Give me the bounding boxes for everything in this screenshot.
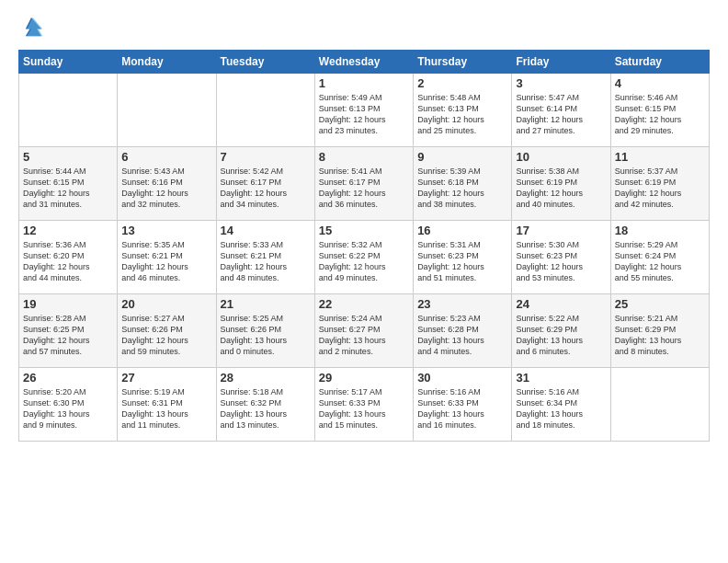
logo — [18, 15, 48, 40]
day-cell: 23Sunrise: 5:23 AM Sunset: 6:28 PM Dayli… — [414, 294, 512, 368]
day-number: 27 — [121, 371, 211, 385]
day-cell: 29Sunrise: 5:17 AM Sunset: 6:33 PM Dayli… — [314, 368, 413, 442]
day-info: Sunrise: 5:37 AM Sunset: 6:19 PM Dayligh… — [615, 166, 705, 211]
day-number: 6 — [121, 150, 211, 164]
day-number: 31 — [516, 371, 606, 385]
day-cell: 16Sunrise: 5:31 AM Sunset: 6:23 PM Dayli… — [414, 221, 512, 294]
day-number: 11 — [615, 150, 705, 164]
day-cell: 2Sunrise: 5:48 AM Sunset: 6:13 PM Daylig… — [414, 74, 512, 147]
day-number: 28 — [221, 371, 311, 385]
day-cell — [610, 368, 709, 442]
day-info: Sunrise: 5:19 AM Sunset: 6:31 PM Dayligh… — [121, 386, 211, 431]
day-cell: 11Sunrise: 5:37 AM Sunset: 6:19 PM Dayli… — [610, 147, 709, 221]
day-info: Sunrise: 5:30 AM Sunset: 6:23 PM Dayligh… — [516, 239, 606, 284]
day-info: Sunrise: 5:27 AM Sunset: 6:26 PM Dayligh… — [121, 313, 211, 358]
day-info: Sunrise: 5:49 AM Sunset: 6:13 PM Dayligh… — [319, 92, 409, 137]
day-number: 16 — [417, 224, 507, 237]
day-number: 12 — [23, 224, 113, 237]
calendar-table: SundayMondayTuesdayWednesdayThursdayFrid… — [18, 50, 710, 442]
day-number: 3 — [516, 76, 606, 90]
col-header-wednesday: Wednesday — [314, 51, 413, 74]
day-number: 22 — [319, 297, 409, 311]
day-info: Sunrise: 5:32 AM Sunset: 6:22 PM Dayligh… — [319, 239, 409, 284]
day-number: 23 — [417, 297, 507, 311]
day-info: Sunrise: 5:48 AM Sunset: 6:13 PM Dayligh… — [417, 92, 507, 137]
day-info: Sunrise: 5:17 AM Sunset: 6:33 PM Dayligh… — [319, 386, 409, 431]
day-info: Sunrise: 5:38 AM Sunset: 6:19 PM Dayligh… — [516, 166, 606, 211]
day-info: Sunrise: 5:22 AM Sunset: 6:29 PM Dayligh… — [516, 313, 606, 358]
day-cell: 27Sunrise: 5:19 AM Sunset: 6:31 PM Dayli… — [118, 368, 216, 442]
day-cell: 9Sunrise: 5:39 AM Sunset: 6:18 PM Daylig… — [414, 147, 512, 221]
col-header-tuesday: Tuesday — [216, 51, 314, 74]
day-cell — [216, 74, 314, 147]
day-cell: 12Sunrise: 5:36 AM Sunset: 6:20 PM Dayli… — [19, 221, 118, 294]
day-cell: 15Sunrise: 5:32 AM Sunset: 6:22 PM Dayli… — [314, 221, 413, 294]
svg-marker-1 — [27, 17, 42, 36]
day-number: 14 — [221, 224, 311, 237]
col-header-friday: Friday — [512, 51, 610, 74]
day-number: 8 — [319, 150, 409, 164]
day-info: Sunrise: 5:33 AM Sunset: 6:21 PM Dayligh… — [221, 239, 311, 284]
header — [18, 15, 710, 40]
day-number: 7 — [221, 150, 311, 164]
day-cell: 25Sunrise: 5:21 AM Sunset: 6:29 PM Dayli… — [610, 294, 709, 368]
day-number: 21 — [221, 297, 311, 311]
day-number: 20 — [121, 297, 211, 311]
col-header-sunday: Sunday — [19, 51, 118, 74]
day-cell: 8Sunrise: 5:41 AM Sunset: 6:17 PM Daylig… — [314, 147, 413, 221]
day-number: 15 — [319, 224, 409, 237]
day-number: 17 — [516, 224, 606, 237]
col-header-saturday: Saturday — [610, 51, 709, 74]
day-info: Sunrise: 5:46 AM Sunset: 6:15 PM Dayligh… — [615, 92, 705, 137]
day-info: Sunrise: 5:36 AM Sunset: 6:20 PM Dayligh… — [23, 239, 113, 284]
day-cell: 14Sunrise: 5:33 AM Sunset: 6:21 PM Dayli… — [216, 221, 314, 294]
day-info: Sunrise: 5:29 AM Sunset: 6:24 PM Dayligh… — [615, 239, 705, 284]
day-number: 30 — [417, 371, 507, 385]
day-number: 10 — [516, 150, 606, 164]
day-info: Sunrise: 5:20 AM Sunset: 6:30 PM Dayligh… — [23, 386, 113, 431]
day-number: 26 — [23, 371, 113, 385]
day-cell: 10Sunrise: 5:38 AM Sunset: 6:19 PM Dayli… — [512, 147, 610, 221]
day-number: 13 — [121, 224, 211, 237]
day-info: Sunrise: 5:21 AM Sunset: 6:29 PM Dayligh… — [615, 313, 705, 358]
day-cell: 24Sunrise: 5:22 AM Sunset: 6:29 PM Dayli… — [512, 294, 610, 368]
day-info: Sunrise: 5:43 AM Sunset: 6:16 PM Dayligh… — [121, 166, 211, 211]
day-number: 24 — [516, 297, 606, 311]
day-number: 4 — [615, 76, 705, 90]
day-cell: 20Sunrise: 5:27 AM Sunset: 6:26 PM Dayli… — [118, 294, 216, 368]
col-header-monday: Monday — [118, 51, 216, 74]
day-cell: 6Sunrise: 5:43 AM Sunset: 6:16 PM Daylig… — [118, 147, 216, 221]
day-cell: 7Sunrise: 5:42 AM Sunset: 6:17 PM Daylig… — [216, 147, 314, 221]
day-cell: 28Sunrise: 5:18 AM Sunset: 6:32 PM Dayli… — [216, 368, 314, 442]
day-cell — [118, 74, 216, 147]
day-info: Sunrise: 5:31 AM Sunset: 6:23 PM Dayligh… — [417, 239, 507, 284]
day-cell — [19, 74, 118, 147]
day-cell: 19Sunrise: 5:28 AM Sunset: 6:25 PM Dayli… — [19, 294, 118, 368]
day-cell: 26Sunrise: 5:20 AM Sunset: 6:30 PM Dayli… — [19, 368, 118, 442]
day-cell: 4Sunrise: 5:46 AM Sunset: 6:15 PM Daylig… — [610, 74, 709, 147]
day-cell: 22Sunrise: 5:24 AM Sunset: 6:27 PM Dayli… — [314, 294, 413, 368]
day-cell: 5Sunrise: 5:44 AM Sunset: 6:15 PM Daylig… — [19, 147, 118, 221]
day-info: Sunrise: 5:42 AM Sunset: 6:17 PM Dayligh… — [221, 166, 311, 211]
day-number: 2 — [417, 76, 507, 90]
logo-icon — [18, 15, 44, 40]
week-row-2: 5Sunrise: 5:44 AM Sunset: 6:15 PM Daylig… — [19, 147, 710, 221]
day-info: Sunrise: 5:39 AM Sunset: 6:18 PM Dayligh… — [417, 166, 507, 211]
day-number: 9 — [417, 150, 507, 164]
day-info: Sunrise: 5:28 AM Sunset: 6:25 PM Dayligh… — [23, 313, 113, 358]
day-info: Sunrise: 5:44 AM Sunset: 6:15 PM Dayligh… — [23, 166, 113, 211]
week-row-1: 1Sunrise: 5:49 AM Sunset: 6:13 PM Daylig… — [19, 74, 710, 147]
col-header-thursday: Thursday — [414, 51, 512, 74]
day-cell: 21Sunrise: 5:25 AM Sunset: 6:26 PM Dayli… — [216, 294, 314, 368]
day-number: 1 — [319, 76, 409, 90]
week-row-3: 12Sunrise: 5:36 AM Sunset: 6:20 PM Dayli… — [19, 221, 710, 294]
day-cell: 13Sunrise: 5:35 AM Sunset: 6:21 PM Dayli… — [118, 221, 216, 294]
day-cell: 17Sunrise: 5:30 AM Sunset: 6:23 PM Dayli… — [512, 221, 610, 294]
day-number: 29 — [319, 371, 409, 385]
day-number: 25 — [615, 297, 705, 311]
day-number: 19 — [23, 297, 113, 311]
day-info: Sunrise: 5:41 AM Sunset: 6:17 PM Dayligh… — [319, 166, 409, 211]
week-row-5: 26Sunrise: 5:20 AM Sunset: 6:30 PM Dayli… — [19, 368, 710, 442]
day-cell: 30Sunrise: 5:16 AM Sunset: 6:33 PM Dayli… — [414, 368, 512, 442]
day-cell: 1Sunrise: 5:49 AM Sunset: 6:13 PM Daylig… — [314, 74, 413, 147]
